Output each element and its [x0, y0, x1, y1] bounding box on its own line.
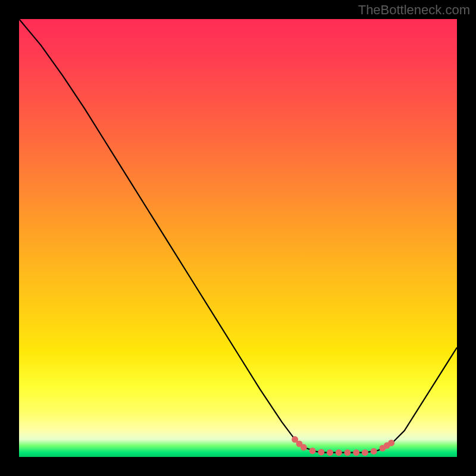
optimal-marker: [353, 449, 359, 456]
optimal-markers: [19, 19, 457, 457]
optimal-marker: [345, 449, 351, 456]
optimal-marker: [371, 448, 377, 455]
optimal-marker: [327, 449, 333, 456]
optimal-marker: [388, 440, 394, 446]
optimal-marker: [336, 449, 342, 456]
optimal-marker: [318, 449, 324, 455]
attribution-text: TheBottleneck.com: [358, 2, 470, 18]
plot-area: [19, 19, 457, 457]
optimal-marker: [309, 447, 316, 454]
optimal-marker: [300, 444, 307, 450]
optimal-marker: [362, 449, 368, 456]
